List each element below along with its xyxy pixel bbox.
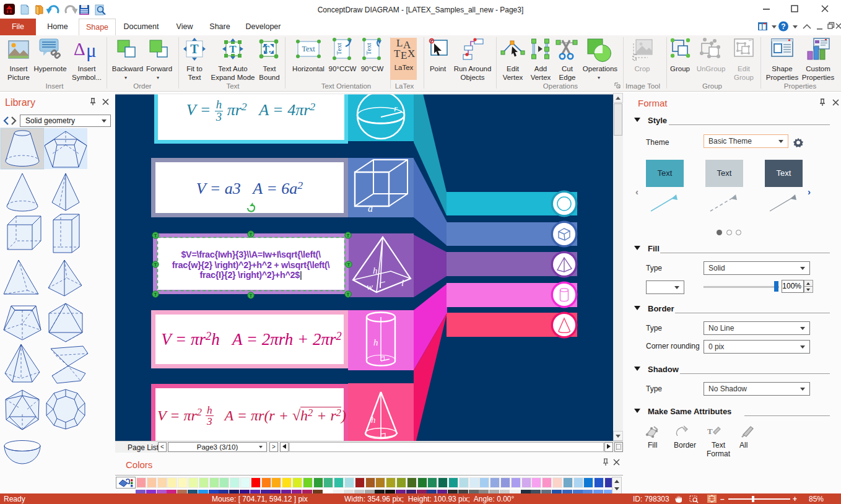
svg-text:μ: μ xyxy=(86,40,97,61)
svg-text:T: T xyxy=(707,427,713,436)
svg-text:h: h xyxy=(371,415,376,425)
svg-text:E: E xyxy=(401,50,407,61)
svg-text:a: a xyxy=(368,203,373,214)
svg-text:T: T xyxy=(250,293,253,298)
svg-text:T: T xyxy=(347,292,350,297)
svg-text:h: h xyxy=(373,337,378,347)
svg-text:Δ: Δ xyxy=(74,39,85,59)
svg-text:T: T xyxy=(250,232,253,237)
svg-text:Text: Text xyxy=(302,45,315,53)
svg-text:T: T xyxy=(190,42,199,56)
svg-text:w: w xyxy=(367,282,373,292)
svg-text:T: T xyxy=(154,292,157,297)
svg-text:T: T xyxy=(347,262,351,267)
svg-text:T: T xyxy=(347,233,350,238)
svg-text:l: l xyxy=(401,278,404,288)
svg-text:r: r xyxy=(394,103,398,113)
svg-text:T: T xyxy=(229,43,237,55)
svg-text:T: T xyxy=(154,262,157,267)
svg-text:?: ? xyxy=(781,22,785,31)
svg-text:X: X xyxy=(407,48,415,59)
svg-text:h: h xyxy=(373,266,378,276)
svg-text:T: T xyxy=(394,48,401,59)
svg-text:Text: Text xyxy=(365,43,372,54)
svg-text:T: T xyxy=(154,233,157,238)
svg-text:Text: Text xyxy=(335,43,342,54)
